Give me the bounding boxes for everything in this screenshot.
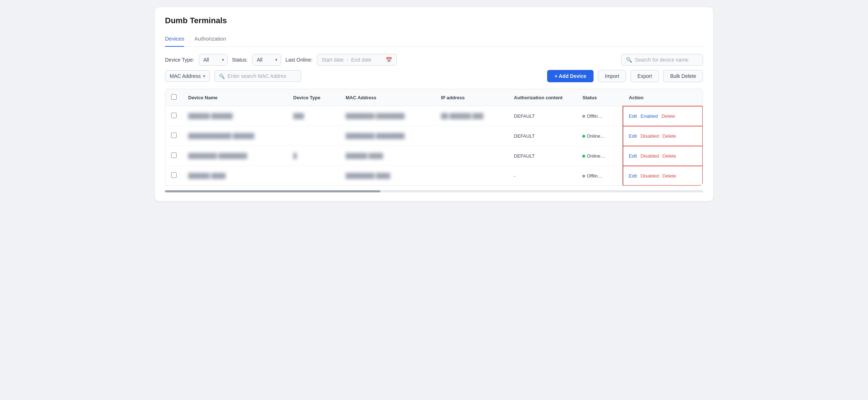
select-all-checkbox[interactable] [171,94,177,100]
export-button[interactable]: Export [631,70,659,82]
device-name-value: ██████ ██████ [188,113,233,119]
filters-row: Device Type: All ▾ Status: All ▾ Last On… [165,54,703,66]
row-checkbox-cell[interactable] [165,126,182,146]
row-checkbox-cell[interactable] [165,106,182,126]
device-name-search[interactable]: 🔍 [621,54,703,66]
start-date-placeholder: Start date [322,57,344,63]
mac-address-value: ████████ ████ [346,173,390,179]
device-type-value: █ [293,153,297,159]
page-title: Dumb Terminals [165,16,703,25]
search-icon: 🔍 [626,57,632,63]
header-ip-address: IP address [435,89,508,106]
scrollbar-row [165,186,703,192]
row-status: Offlin… [576,106,623,126]
row-ip-address: ██ ██████ ███ [435,106,508,126]
auth-content-value: DEFAULT [514,133,535,139]
date-range-picker[interactable]: Start date - End date 📅 [317,54,397,66]
row-status: Online… [576,146,623,166]
end-date-placeholder: End date [351,57,371,63]
toggle-state-button[interactable]: Disabled [641,153,659,159]
row-auth-content: DEFAULT [508,126,576,146]
status-value: Online… [587,133,605,139]
device-name-value: ██████ ████ [188,173,226,179]
mac-address-value: ████████ ████████ [346,113,405,119]
row-status: Offlin… [576,166,623,186]
row-checkbox[interactable] [171,172,177,178]
row-device-type [288,166,340,186]
row-auth-content: - [508,166,576,186]
edit-button[interactable]: Edit [629,133,637,139]
mac-chevron-icon: ▾ [203,74,205,79]
import-button[interactable]: Import [598,70,626,82]
table-header-row: Device Name Device Type MAC Address IP a… [165,89,703,106]
row-checkbox[interactable] [171,153,177,158]
header-checkbox[interactable] [165,89,182,106]
row-auth-content: DEFAULT [508,146,576,166]
row-ip-address [435,166,508,186]
mac-search-input[interactable] [228,73,297,79]
tab-authorization[interactable]: Authorization [194,33,226,47]
action-cell: Edit Disabled Delete [629,153,697,159]
row-action[interactable]: Edit Disabled Delete [623,146,703,166]
status-dot-icon [582,135,585,138]
table-row: ██████ ████████████ ████-Offlin… Edit Di… [165,166,703,186]
row-checkbox-cell[interactable] [165,166,182,186]
auth-content-value: DEFAULT [514,113,535,119]
table-row: ████████████ ██████████████ ████████DEFA… [165,126,703,146]
mac-search-bar[interactable]: 🔍 [214,70,301,82]
device-type-select-wrapper: All ▾ [199,54,228,66]
delete-button[interactable]: Delete [661,113,675,119]
edit-button[interactable]: Edit [629,153,637,159]
row-checkbox-cell[interactable] [165,146,182,166]
mac-address-value: ██████ ████ [346,153,383,159]
device-name-value: ████████████ ██████ [188,133,254,139]
toggle-state-button[interactable]: Enabled [641,113,658,119]
row-action[interactable]: Edit Disabled Delete [623,166,703,186]
row-status: Online… [576,126,623,146]
delete-button[interactable]: Delete [662,153,676,159]
auth-content-value: - [514,173,515,179]
table-row: ████████ ███████████████ ████DEFAULTOnli… [165,146,703,166]
row-checkbox[interactable] [171,133,177,138]
add-device-button[interactable]: + Add Device [547,70,594,82]
scroll-track[interactable] [165,190,703,192]
auth-content-value: DEFAULT [514,153,535,159]
mac-address-value: ████████ ████████ [346,133,405,139]
status-dot-icon [582,155,585,158]
mac-address-select[interactable]: MAC Address ▾ [165,70,210,82]
edit-button[interactable]: Edit [629,173,637,179]
header-mac-address: MAC Address [340,89,435,106]
scroll-thumb[interactable] [165,190,380,192]
header-device-type: Device Type [288,89,340,106]
status-value: Offlin… [587,173,602,179]
row-ip-address [435,146,508,166]
row-action[interactable]: Edit Disabled Delete [623,126,703,146]
status-value: Offlin… [587,113,602,119]
status-select[interactable]: All [252,54,281,66]
row-mac-address: ████████ ████████ [340,126,435,146]
row-device-name: ██████ ████ [182,166,288,186]
bulk-delete-button[interactable]: Bulk Delete [663,70,703,82]
device-name-value: ████████ ████████ [188,153,247,159]
header-auth-content: Authorization content [508,89,576,106]
action-cell: Edit Disabled Delete [629,133,697,139]
row-mac-address: ████████ ████ [340,166,435,186]
row-action[interactable]: Edit Enabled Delete [623,106,703,126]
delete-button[interactable]: Delete [662,133,676,139]
tab-devices[interactable]: Devices [165,33,184,47]
date-dash: - [347,57,348,63]
toggle-state-button[interactable]: Disabled [641,173,659,179]
row-checkbox[interactable] [171,113,177,118]
status-value: Online… [587,153,605,159]
delete-button[interactable]: Delete [662,173,676,179]
row-device-type [288,126,340,146]
device-type-select[interactable]: All [199,54,228,66]
toggle-state-button[interactable]: Disabled [641,133,659,139]
search-input[interactable] [635,57,698,63]
calendar-icon: 📅 [386,57,392,63]
action-cell: Edit Enabled Delete [629,113,697,119]
mac-select-label: MAC Address [170,73,201,79]
edit-button[interactable]: Edit [629,113,637,119]
status-dot-icon [582,115,585,118]
mac-search-icon: 🔍 [219,74,225,79]
